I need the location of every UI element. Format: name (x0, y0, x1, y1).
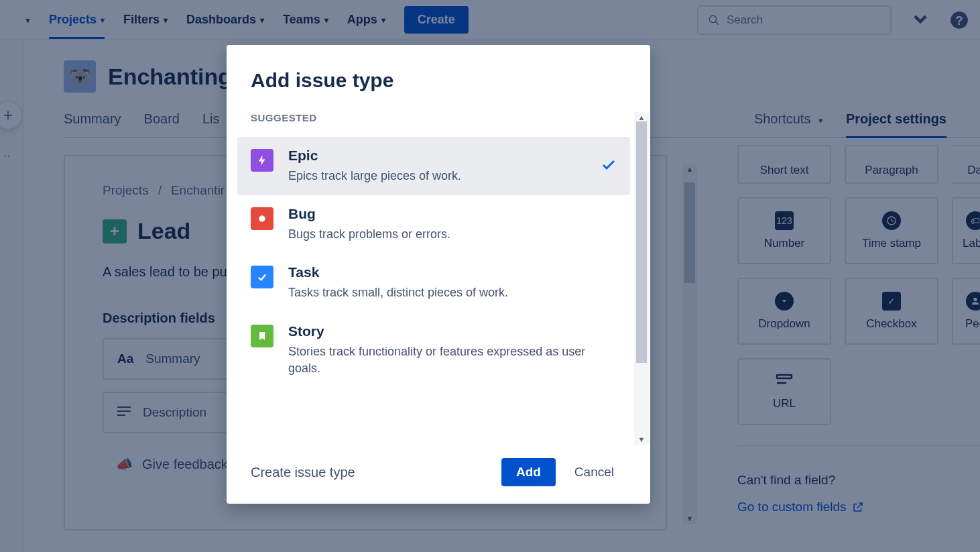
issue-type-desc: Epics track large pieces of work. (288, 168, 586, 184)
suggested-heading: SUGGESTED (251, 112, 626, 123)
selected-check-icon (601, 156, 617, 176)
add-button[interactable]: Add (501, 458, 556, 486)
task-icon (251, 266, 273, 288)
issue-type-option-story[interactable]: Story Stories track functionality or fea… (237, 313, 630, 388)
add-issue-type-modal: Add issue type SUGGESTED Epic Epics trac… (227, 45, 650, 504)
issue-type-desc: Tasks track small, distinct pieces of wo… (288, 284, 617, 301)
cancel-button[interactable]: Cancel (562, 458, 626, 486)
issue-type-name: Task (288, 264, 617, 280)
scroll-thumb[interactable] (636, 121, 647, 363)
modal-body: SUGGESTED Epic Epics track large pieces … (227, 112, 650, 445)
issue-type-option-epic[interactable]: Epic Epics track large pieces of work. (237, 137, 630, 195)
svg-point-16 (259, 216, 265, 222)
issue-type-option-task[interactable]: Task Tasks track small, distinct pieces … (237, 254, 630, 312)
bug-icon (251, 207, 273, 230)
issue-type-option-bug[interactable]: Bug Bugs track problems or errors. (237, 195, 630, 254)
issue-type-name: Story (288, 323, 617, 339)
create-issue-type-link[interactable]: Create issue type (251, 465, 355, 480)
modal-footer: Create issue type Add Cancel (227, 445, 650, 504)
modal-scrollbar[interactable]: ▲ ▼ (634, 112, 649, 445)
epic-icon (251, 149, 273, 172)
issue-type-desc: Stories track functionality or features … (288, 343, 617, 377)
modal-title: Add issue type (227, 45, 650, 92)
issue-type-name: Bug (288, 206, 617, 222)
issue-type-name: Epic (288, 148, 586, 164)
story-icon (251, 325, 273, 347)
scroll-down-arrow[interactable]: ▼ (638, 434, 646, 445)
issue-type-desc: Bugs track problems or errors. (288, 226, 617, 243)
